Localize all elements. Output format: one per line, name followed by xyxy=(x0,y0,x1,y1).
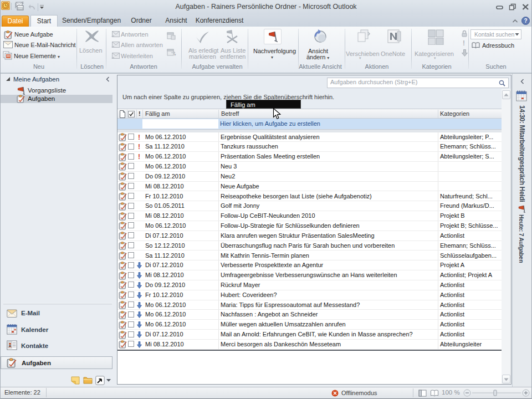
svg-text:?: ? xyxy=(524,18,527,24)
